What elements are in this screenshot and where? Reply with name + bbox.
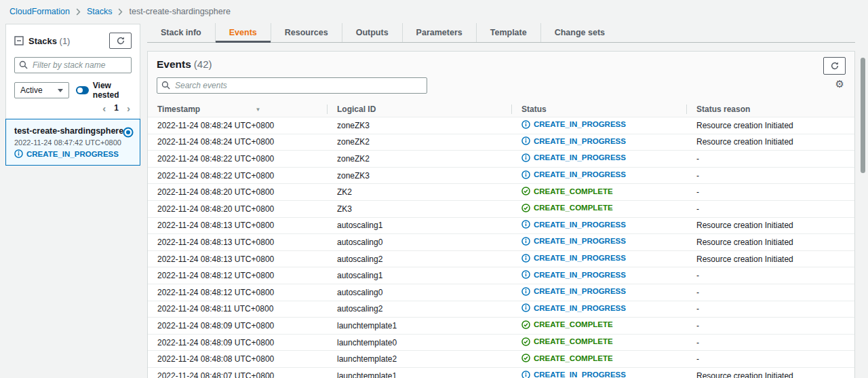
tab-parameters[interactable]: Parameters — [402, 23, 476, 42]
event-timestamp: 2022-11-24 08:48:24 UTC+0800 — [148, 121, 328, 130]
tab-stack-info[interactable]: Stack info — [147, 23, 215, 42]
breadcrumb: CloudFormation Stacks test-create-shardi… — [9, 7, 231, 16]
breadcrumb-link-cloudformation[interactable]: CloudFormation — [9, 7, 70, 16]
table-row: 2022-11-24 08:48:09 UTC+0800launchtempla… — [148, 335, 854, 352]
event-status[interactable]: CREATE_IN_PROGRESS — [521, 303, 626, 312]
event-timestamp: 2022-11-24 08:48:13 UTC+0800 — [148, 238, 328, 247]
table-row: 2022-11-24 08:48:24 UTC+0800zoneZK3CREAT… — [148, 117, 854, 134]
event-status-cell: CREATE_COMPLETE — [512, 320, 687, 331]
events-table-body: 2022-11-24 08:48:24 UTC+0800zoneZK3CREAT… — [148, 117, 854, 378]
stack-filter-input[interactable] — [14, 57, 132, 73]
table-row: 2022-11-24 08:48:13 UTC+0800autoscaling1… — [148, 218, 854, 235]
info-icon — [521, 220, 530, 229]
vertical-scrollbar-thumb[interactable] — [861, 58, 865, 173]
event-status-reason: Resource creation Initiated — [687, 137, 854, 147]
event-timestamp: 2022-11-24 08:48:11 UTC+0800 — [148, 304, 328, 314]
event-timestamp: 2022-11-24 08:48:12 UTC+0800 — [148, 271, 328, 280]
event-status-cell: CREATE_IN_PROGRESS — [512, 120, 687, 131]
info-icon — [14, 149, 23, 158]
event-status[interactable]: CREATE_IN_PROGRESS — [521, 136, 626, 145]
event-timestamp: 2022-11-24 08:48:09 UTC+0800 — [148, 338, 328, 347]
event-status[interactable]: CREATE_IN_PROGRESS — [521, 254, 626, 263]
tab-outputs[interactable]: Outputs — [342, 23, 402, 42]
next-page-icon[interactable]: › — [127, 103, 130, 113]
event-status-reason: Resource creation Initiated — [687, 238, 854, 247]
event-logical-id: zoneZK3 — [328, 171, 512, 181]
event-status-reason: - — [687, 154, 854, 164]
stack-name: test-create-shardingsphere — [14, 126, 133, 136]
search-events-input[interactable] — [157, 77, 427, 94]
view-nested-toggle[interactable] — [76, 86, 89, 94]
event-status-cell: CREATE_COMPLETE — [512, 204, 687, 214]
stack-count: (1) — [60, 36, 71, 46]
event-status-reason: - — [687, 171, 854, 181]
event-status[interactable]: CREATE_COMPLETE — [521, 320, 613, 329]
event-logical-id: zoneZK2 — [328, 137, 512, 147]
previous-page-icon[interactable]: ‹ — [102, 103, 106, 113]
event-status-reason: - — [687, 304, 854, 314]
event-timestamp: 2022-11-24 08:48:07 UTC+0800 — [148, 371, 328, 378]
event-logical-id: launchtemplate0 — [328, 338, 512, 347]
event-status[interactable]: CREATE_IN_PROGRESS — [521, 270, 626, 279]
tab-events[interactable]: Events — [215, 23, 271, 42]
event-logical-id: autoscaling1 — [328, 271, 512, 280]
tab-resources[interactable]: Resources — [271, 23, 342, 42]
column-header-timestamp[interactable]: Timestamp ▼ — [148, 101, 328, 117]
event-status[interactable]: CREATE_IN_PROGRESS — [521, 220, 626, 229]
tab-change-sets[interactable]: Change sets — [540, 23, 618, 42]
table-row: 2022-11-24 08:48:22 UTC+0800zoneZK3CREAT… — [148, 168, 854, 185]
event-status[interactable]: CREATE_COMPLETE — [521, 204, 613, 212]
event-status[interactable]: CREATE_IN_PROGRESS — [521, 371, 626, 378]
event-status-cell: CREATE_IN_PROGRESS — [512, 136, 687, 147]
refresh-events-button[interactable] — [823, 57, 846, 75]
table-row: 2022-11-24 08:48:07 UTC+0800launchtempla… — [148, 368, 854, 378]
refresh-stacks-button[interactable] — [109, 33, 132, 49]
check-circle-icon — [521, 204, 530, 212]
event-status-cell: CREATE_COMPLETE — [512, 354, 687, 364]
stack-radio-selected[interactable] — [123, 127, 134, 140]
breadcrumb-current: test-create-shardingsphere — [129, 7, 230, 16]
stack-created-timestamp: 2022-11-24 08:47:42 UTC+0800 — [14, 138, 133, 147]
event-status-cell: CREATE_COMPLETE — [512, 187, 687, 197]
gear-icon[interactable]: ⚙ — [835, 79, 844, 89]
event-status[interactable]: CREATE_IN_PROGRESS — [521, 287, 626, 296]
stack-status-filter-select[interactable]: Active — [14, 82, 69, 98]
tab-template[interactable]: Template — [476, 23, 540, 42]
table-row: 2022-11-24 08:48:08 UTC+0800launchtempla… — [148, 351, 854, 368]
table-row: 2022-11-24 08:48:22 UTC+0800zoneZK2CREAT… — [148, 151, 854, 168]
events-count: (42) — [194, 58, 212, 70]
info-icon — [521, 254, 530, 263]
event-status[interactable]: CREATE_COMPLETE — [521, 354, 613, 362]
event-status-reason: Resource creation Initiated — [687, 121, 854, 130]
stacks-pagination: ‹ 1 › — [14, 102, 130, 114]
event-status-reason: - — [687, 271, 854, 280]
event-timestamp: 2022-11-24 08:48:08 UTC+0800 — [148, 354, 328, 364]
event-status[interactable]: CREATE_IN_PROGRESS — [521, 153, 626, 162]
event-logical-id: autoscaling0 — [328, 238, 512, 247]
event-status[interactable]: CREATE_COMPLETE — [521, 337, 613, 346]
event-logical-id: autoscaling1 — [328, 221, 512, 230]
event-logical-id: zoneZK2 — [328, 154, 512, 164]
event-status[interactable]: CREATE_COMPLETE — [521, 187, 613, 195]
event-logical-id: autoscaling2 — [328, 304, 512, 314]
refresh-icon — [116, 36, 125, 45]
event-timestamp: 2022-11-24 08:48:20 UTC+0800 — [148, 187, 328, 197]
breadcrumb-separator-icon — [76, 8, 81, 16]
stack-list-item[interactable]: test-create-shardingsphere 2022-11-24 08… — [5, 119, 140, 166]
event-status[interactable]: CREATE_IN_PROGRESS — [521, 120, 626, 129]
breadcrumb-link-stacks[interactable]: Stacks — [87, 7, 113, 16]
event-status[interactable]: CREATE_IN_PROGRESS — [521, 237, 626, 246]
event-status[interactable]: CREATE_IN_PROGRESS — [521, 170, 626, 179]
event-timestamp: 2022-11-24 08:48:12 UTC+0800 — [148, 288, 328, 297]
page-number[interactable]: 1 — [114, 103, 119, 113]
sidebar-title: Stacks (1) — [28, 36, 70, 46]
event-status-cell: CREATE_IN_PROGRESS — [512, 237, 687, 248]
info-icon — [521, 153, 530, 162]
chevron-down-icon — [58, 89, 63, 92]
event-timestamp: 2022-11-24 08:48:20 UTC+0800 — [148, 204, 328, 214]
collapse-panel-icon[interactable] — [14, 36, 24, 45]
stacks-sidebar: Stacks (1) Active View nested ‹ 1 › test… — [5, 24, 140, 166]
search-icon — [19, 60, 28, 71]
event-logical-id: autoscaling2 — [328, 254, 512, 264]
event-status-cell: CREATE_IN_PROGRESS — [512, 303, 687, 314]
